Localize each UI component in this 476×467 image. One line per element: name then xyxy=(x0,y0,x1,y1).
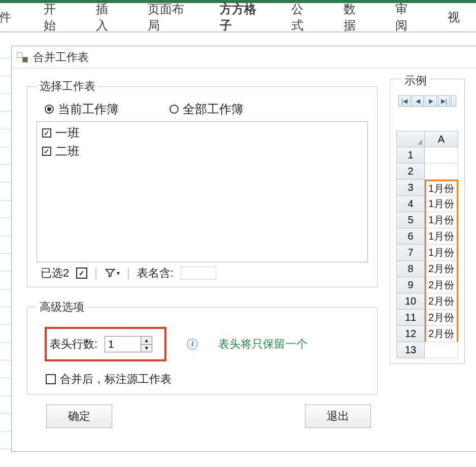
nav-prev[interactable]: ◀ xyxy=(412,95,424,107)
checkbox-icon[interactable] xyxy=(42,128,51,138)
cell[interactable]: 1月份 xyxy=(425,245,458,261)
row-header[interactable]: 5 xyxy=(396,212,425,228)
cell[interactable]: 1月份 xyxy=(425,228,458,245)
tab-home[interactable]: 开始 xyxy=(35,0,73,39)
header-hint: 表头将只保留一个 xyxy=(218,337,308,352)
list-item[interactable]: 一班 xyxy=(42,124,362,142)
filter-button[interactable]: ▾ xyxy=(105,268,120,279)
select-all-checkbox[interactable] xyxy=(76,268,87,279)
info-icon: i xyxy=(187,339,198,350)
advanced-options-legend: 高级选项 xyxy=(37,299,87,315)
spin-down[interactable]: ▼ xyxy=(141,345,152,352)
selected-count: 已选2 xyxy=(41,265,69,281)
col-header-a[interactable]: A xyxy=(425,131,458,147)
list-item[interactable]: 二班 xyxy=(42,142,362,160)
cell[interactable]: 2月份 xyxy=(425,310,458,326)
exit-button[interactable]: 退出 xyxy=(305,405,371,428)
header-rows-spinner[interactable]: ▲ ▼ xyxy=(105,336,152,352)
cell[interactable] xyxy=(425,342,458,358)
row-header[interactable]: 7 xyxy=(396,245,425,261)
header-rows-highlight: 表头行数: ▲ ▼ xyxy=(45,327,166,361)
radio-icon xyxy=(169,105,179,114)
annotate-source-checkbox[interactable] xyxy=(46,374,56,384)
row-header[interactable]: 8 xyxy=(396,261,425,277)
tab-view[interactable]: 视 xyxy=(438,4,469,30)
tab-fangfang[interactable]: 方方格子 xyxy=(211,0,268,39)
example-grid: A 1231月份41月份51月份61月份71月份82月份92月份102月份112… xyxy=(396,131,458,358)
tab-file[interactable]: 件 xyxy=(0,4,20,30)
example-legend: 示例 xyxy=(401,73,430,88)
cell[interactable]: 1月份 xyxy=(425,212,458,228)
advanced-options-group: 高级选项 表头行数: ▲ ▼ i 表头将只保留一个 xyxy=(27,299,378,394)
nav-last[interactable]: ▶| xyxy=(438,95,450,107)
name-filter-input[interactable] xyxy=(181,266,216,280)
tab-review[interactable]: 审阅 xyxy=(386,0,424,39)
cell[interactable] xyxy=(425,147,458,163)
dialog-titlebar: 合并工作表 xyxy=(12,46,476,69)
select-sheets-legend: 选择工作表 xyxy=(37,79,98,94)
nav-first[interactable]: |◀ xyxy=(398,95,411,107)
spin-up[interactable]: ▲ xyxy=(141,337,152,345)
radio-current-workbook[interactable]: 当前工作簿 xyxy=(45,101,119,117)
row-header[interactable]: 9 xyxy=(396,277,425,293)
row-header[interactable]: 4 xyxy=(396,196,425,212)
row-header[interactable]: 11 xyxy=(396,310,425,326)
annotate-source-label: 合并后，标注源工作表 xyxy=(60,372,172,387)
header-rows-label: 表头行数: xyxy=(50,337,97,352)
row-header[interactable]: 1 xyxy=(396,147,425,163)
ribbon-tabs: 件 开始 插入 页面布局 方方格子 公式 数据 审阅 视 xyxy=(0,3,476,32)
cell[interactable]: 2月份 xyxy=(425,277,458,293)
cell[interactable]: 2月份 xyxy=(425,261,458,277)
merge-sheets-dialog: 合并工作表 选择工作表 当前工作簿 全部工作簿 xyxy=(11,46,476,452)
row-header[interactable]: 6 xyxy=(396,228,425,245)
row-header[interactable]: 12 xyxy=(396,326,425,342)
name-contains-label: 表名含: xyxy=(137,265,174,281)
chevron-down-icon: ▾ xyxy=(117,270,120,277)
cell[interactable]: 2月份 xyxy=(425,326,458,342)
app-icon xyxy=(17,52,28,62)
row-header[interactable]: 2 xyxy=(396,163,425,180)
ok-button[interactable]: 确定 xyxy=(46,405,112,428)
dialog-title-text: 合并工作表 xyxy=(33,50,89,65)
cell[interactable] xyxy=(425,163,458,180)
radio-icon xyxy=(45,105,54,114)
tab-page-layout[interactable]: 页面布局 xyxy=(139,0,196,39)
sheet-listbox[interactable]: 一班 二班 xyxy=(37,121,368,262)
funnel-icon xyxy=(105,268,116,279)
grid-corner[interactable] xyxy=(396,131,425,147)
row-header[interactable]: 13 xyxy=(396,342,425,358)
example-group: 示例 |◀ ◀ ▶ ▶| A 1231月份41月份51月份61月份71月份82月… xyxy=(390,79,465,364)
select-sheets-group: 选择工作表 当前工作簿 全部工作簿 一班 xyxy=(27,79,378,287)
radio-all-workbooks[interactable]: 全部工作簿 xyxy=(169,101,244,117)
cell[interactable]: 2月份 xyxy=(425,293,458,310)
nav-next[interactable]: ▶ xyxy=(425,95,437,107)
cell[interactable]: 1月份 xyxy=(425,196,458,212)
checkbox-icon[interactable] xyxy=(42,147,51,156)
row-header[interactable]: 10 xyxy=(396,293,425,310)
cell[interactable]: 1月份 xyxy=(425,180,458,196)
tab-data[interactable]: 数据 xyxy=(334,0,372,39)
example-nav: |◀ ◀ ▶ ▶| xyxy=(396,94,458,111)
header-rows-input[interactable] xyxy=(105,337,141,352)
tab-formula[interactable]: 公式 xyxy=(282,0,320,39)
row-header[interactable]: 3 xyxy=(396,180,425,196)
tab-insert[interactable]: 插入 xyxy=(87,0,125,39)
